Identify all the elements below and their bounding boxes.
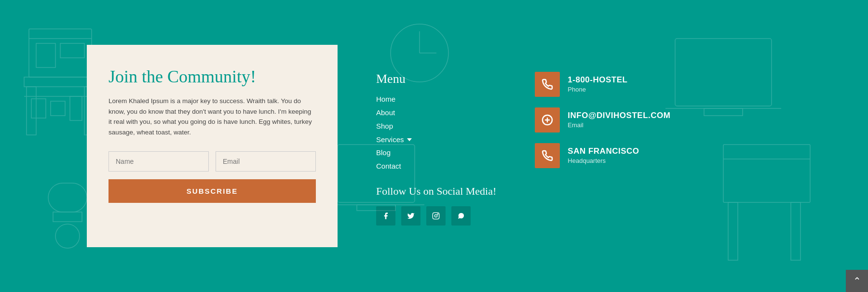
menu-item-blog[interactable]: Blog <box>376 148 496 157</box>
twitter-icon[interactable] <box>401 206 420 226</box>
menu-item-contact[interactable]: Contact <box>376 162 496 171</box>
menu-item-services[interactable]: Services <box>376 135 496 144</box>
whatsapp-icon[interactable] <box>451 206 471 226</box>
email-icon <box>542 114 553 126</box>
scroll-to-top-button[interactable]: ⌃ <box>846 270 868 292</box>
form-fields <box>108 151 316 172</box>
contact-item-phone: 1-800-HOSTEL Phone <box>535 72 679 97</box>
menu-title: Menu <box>376 72 496 86</box>
phone-icon <box>542 79 553 90</box>
contact-item-email: INFO@DIVIHOSTEL.COM Email <box>535 107 679 133</box>
name-input[interactable] <box>108 151 209 172</box>
social-section: Follow Us on Social Media! <box>376 185 496 226</box>
email-input[interactable] <box>216 151 316 172</box>
email-label: INFO@DIVIHOSTEL.COM <box>568 111 670 120</box>
hq-text-block: SAN FRANCISCO Headquarters <box>568 146 639 164</box>
svg-point-29 <box>437 213 438 214</box>
email-icon-box <box>535 107 560 133</box>
hq-sublabel: Headquarters <box>568 157 639 164</box>
right-section: Menu Home About Shop Services Blog Conta… <box>376 67 791 226</box>
facebook-icon[interactable] <box>376 206 395 226</box>
social-title: Follow Us on Social Media! <box>376 185 496 198</box>
menu-item-about[interactable]: About <box>376 108 496 117</box>
phone-label: 1-800-HOSTEL <box>568 75 627 85</box>
menu-list: Home About Shop Services Blog Contact <box>376 95 496 171</box>
menu-item-shop[interactable]: Shop <box>376 122 496 131</box>
email-sublabel: Email <box>568 121 670 129</box>
instagram-icon[interactable] <box>426 206 446 226</box>
hq-icon-box <box>535 143 560 168</box>
social-icons-row <box>376 206 496 226</box>
email-text-block: INFO@DIVIHOSTEL.COM Email <box>568 111 670 129</box>
contact-item-hq: SAN FRANCISCO Headquarters <box>535 143 679 168</box>
chevron-down-icon <box>407 138 412 141</box>
newsletter-body: Lorem Khaled Ipsum is a major key to suc… <box>108 96 316 137</box>
phone-sublabel: Phone <box>568 86 627 93</box>
phone-text-block: 1-800-HOSTEL Phone <box>568 75 627 93</box>
hq-label: SAN FRANCISCO <box>568 146 639 156</box>
menu-column: Menu Home About Shop Services Blog Conta… <box>376 72 496 171</box>
subscribe-button[interactable]: SUBSCRIBE <box>108 179 316 203</box>
svg-point-28 <box>434 214 437 217</box>
location-icon <box>542 150 553 161</box>
newsletter-title: Join the Community! <box>108 66 316 87</box>
page-wrapper: Join the Community! Lorem Khaled Ipsum i… <box>0 0 868 292</box>
phone-icon-box <box>535 72 560 97</box>
newsletter-box: Join the Community! Lorem Khaled Ipsum i… <box>87 45 338 247</box>
svg-rect-27 <box>433 212 439 219</box>
contact-column: 1-800-HOSTEL Phone INFO@DIVIHOSTEL.COM E… <box>535 72 679 179</box>
menu-social-wrapper: Menu Home About Shop Services Blog Conta… <box>376 72 496 226</box>
chevron-up-icon: ⌃ <box>853 276 861 286</box>
menu-item-home[interactable]: Home <box>376 95 496 104</box>
